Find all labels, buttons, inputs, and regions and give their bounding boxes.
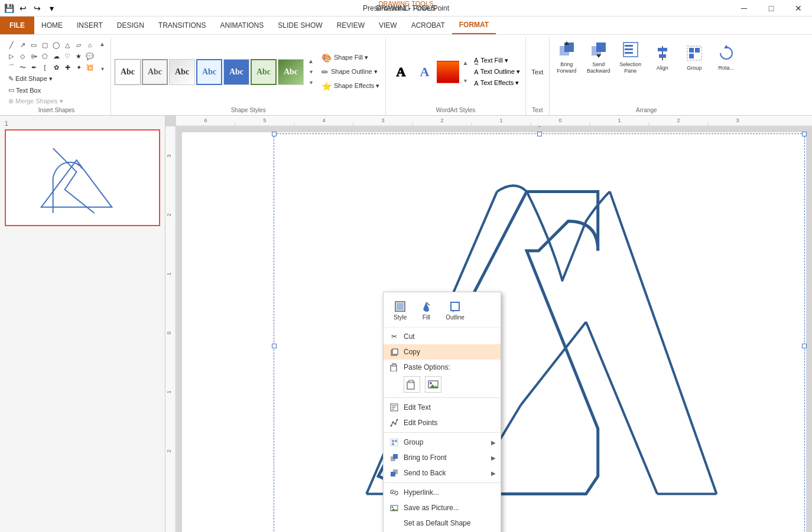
merge-shapes-button[interactable]: ⊕ Merge Shapes ▾	[6, 96, 107, 106]
wavy-icon[interactable]: 〜	[17, 62, 28, 73]
shapes-scroll-down[interactable]: ▾	[98, 64, 107, 73]
rect-shape-icon[interactable]: ▭	[28, 40, 39, 50]
bring-forward-button[interactable]: Bring Forward	[552, 40, 582, 75]
slide-number: 1	[5, 120, 160, 127]
tab-slideshow[interactable]: SLIDE SHOW	[271, 17, 329, 34]
slide-thumb-inner	[6, 130, 159, 225]
style-scroll-down[interactable]: ▾	[306, 79, 316, 87]
ctx-bring-to-front[interactable]: Bring to Front ▶	[384, 450, 501, 465]
ctx-edit-points[interactable]: Edit Points	[384, 415, 501, 430]
ctx-set-default-shape[interactable]: Set as Default Shape	[384, 515, 501, 531]
rounded-rect-icon[interactable]: ▢	[40, 40, 50, 50]
ctx-copy[interactable]: Copy	[384, 344, 501, 360]
callout-icon[interactable]: 💬	[85, 51, 95, 61]
shape-fill-button[interactable]: 🎨 Shape Fill ▾	[319, 52, 382, 64]
tab-view[interactable]: VIEW	[372, 17, 404, 34]
maximize-button[interactable]: □	[758, 0, 785, 17]
ctx-toolbar: Style Fill	[384, 293, 501, 328]
style-swatch-5[interactable]: Abc	[223, 59, 249, 85]
style-swatch-7[interactable]: Abc	[278, 59, 304, 85]
ctx-group[interactable]: Group ▶	[384, 435, 501, 450]
align-button[interactable]: Align	[648, 40, 677, 75]
edit-shape-button[interactable]: ✎ Edit Shape ▾	[6, 74, 107, 84]
text-fill-button[interactable]: A̲ Text Fill ▾	[472, 56, 521, 65]
group-button[interactable]: Group	[680, 40, 709, 75]
selection-pane-icon	[621, 40, 640, 59]
pentagon-icon[interactable]: ⬠	[40, 51, 50, 61]
ctx-hyperlink[interactable]: Hyperlink...	[384, 485, 501, 500]
ctx-sep-2	[384, 432, 501, 433]
svg-text:5: 5	[263, 118, 266, 123]
heart-icon[interactable]: ♡	[62, 51, 73, 61]
line-shape-icon[interactable]: ╱	[6, 40, 17, 50]
slide-thumbnail[interactable]	[5, 129, 160, 226]
wordart-swatch-1[interactable]: A	[389, 61, 412, 83]
text-effects-button[interactable]: A Text Effects ▾	[472, 79, 521, 87]
arc-icon[interactable]: ⌒	[6, 62, 17, 73]
text-group-label: Text	[530, 106, 545, 115]
tri-icon[interactable]: ▷	[6, 51, 17, 61]
wordart-swatch-3[interactable]: A	[437, 61, 459, 83]
style-scroll-expand[interactable]: ▾	[306, 68, 316, 76]
ctx-fill-icon	[420, 300, 433, 313]
ctx-outline-button[interactable]: Outline	[440, 297, 470, 324]
style-swatch-1[interactable]: Abc	[115, 59, 141, 85]
tab-design[interactable]: DESIGN	[110, 17, 151, 34]
rotate-button[interactable]: Rota...	[712, 40, 741, 75]
shape-effects-button[interactable]: ⭐ Shape Effects ▾	[319, 80, 382, 92]
ctx-paste-as-picture[interactable]	[425, 376, 441, 393]
ctx-paste-keep-format[interactable]	[404, 376, 420, 393]
star-icon[interactable]: ★	[73, 51, 84, 61]
shape-outline-button[interactable]: ✏ Shape Outline ▾	[319, 66, 382, 78]
sun-icon[interactable]: ✦	[73, 62, 84, 73]
tab-transitions[interactable]: TRANSITIONS	[151, 17, 213, 34]
style-scroll-up[interactable]: ▲	[306, 57, 316, 66]
wordart-scroll-down[interactable]: ▾	[460, 77, 470, 85]
parallelogram-icon[interactable]: ▱	[73, 40, 84, 50]
minimize-button[interactable]: ─	[730, 0, 758, 17]
close-button[interactable]: ✕	[785, 0, 812, 17]
wordart-swatch-2[interactable]: A	[413, 61, 436, 83]
explosion-icon[interactable]: 💥	[85, 62, 95, 73]
flower-icon[interactable]: ✿	[51, 62, 61, 73]
shapes-scroll-up[interactable]: ▲	[98, 40, 107, 48]
tab-animations[interactable]: ANIMATIONS	[213, 17, 271, 34]
style-swatch-2[interactable]: Abc	[142, 59, 168, 85]
text-outline-button[interactable]: A Text Outline ▾	[472, 67, 521, 76]
tab-home[interactable]: HOME	[34, 17, 70, 34]
style-swatch-4[interactable]: Abc	[196, 59, 222, 85]
circle-icon[interactable]: ◯	[51, 40, 61, 50]
style-swatch-6[interactable]: Abc	[251, 59, 277, 85]
svg-point-76	[391, 425, 392, 427]
send-backward-button[interactable]: Send Backward	[584, 40, 613, 75]
tab-format[interactable]: FORMAT	[452, 17, 496, 34]
svg-text:2: 2	[440, 118, 443, 123]
arrow-shape-icon[interactable]: ↗	[17, 40, 28, 50]
ctx-send-to-back[interactable]: Send to Back ▶	[384, 465, 501, 481]
tab-insert[interactable]: INSERT	[70, 17, 110, 34]
tab-review[interactable]: REVIEW	[330, 17, 372, 34]
ctx-save-as-picture[interactable]: Save as Picture...	[384, 500, 501, 515]
tab-file[interactable]: FILE	[0, 17, 34, 34]
cross-icon[interactable]: ✚	[62, 62, 73, 73]
align-label: Align	[657, 65, 668, 71]
trapezoid-icon[interactable]: ⌂	[85, 40, 95, 50]
diamond-icon[interactable]: ◇	[17, 51, 28, 61]
sq-bracket-icon[interactable]: [	[40, 62, 50, 73]
svg-marker-17	[724, 45, 729, 48]
tab-acrobat[interactable]: ACROBAT	[404, 17, 452, 34]
ctx-style-button[interactable]: Style	[388, 297, 412, 324]
ctx-style-label: Style	[394, 314, 407, 321]
text-box-button[interactable]: ▭ Text Box	[6, 85, 107, 95]
right-tri-icon[interactable]: △	[62, 40, 73, 50]
freeform-icon[interactable]: ✒	[28, 62, 39, 73]
ctx-edit-text[interactable]: Edit Text	[384, 400, 501, 415]
svg-point-89	[392, 507, 394, 508]
selection-pane-button[interactable]: Selection Pane	[616, 40, 645, 75]
style-swatch-3[interactable]: Abc	[169, 59, 195, 85]
ctx-fill-button[interactable]: Fill	[414, 297, 438, 324]
chevron-icon[interactable]: ⌲	[28, 51, 39, 61]
wordart-scroll-up[interactable]: ▲	[460, 59, 470, 67]
cloud-icon[interactable]: ☁	[51, 51, 61, 61]
ctx-cut[interactable]: ✂ Cut	[384, 329, 501, 344]
